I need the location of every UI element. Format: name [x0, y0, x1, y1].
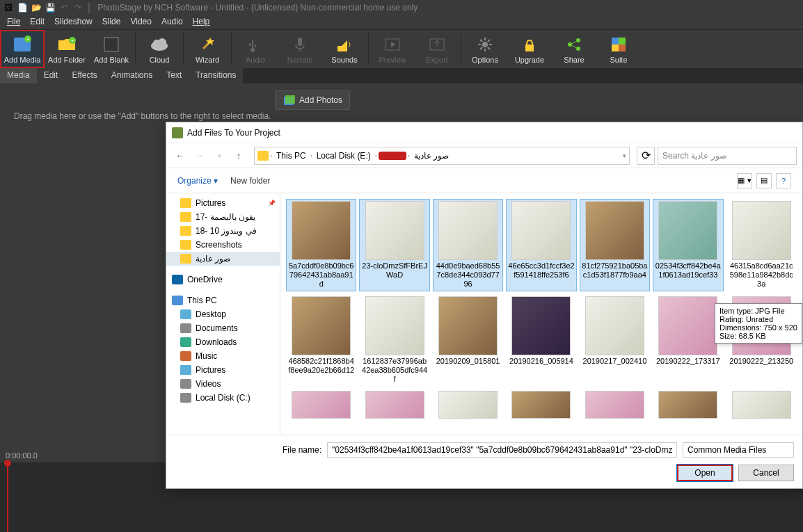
- file-thumb[interactable]: 20190217_002410: [580, 294, 650, 387]
- back-button[interactable]: ←: [172, 147, 189, 164]
- forward-button[interactable]: →: [191, 147, 208, 164]
- tree-downloads[interactable]: Downloads: [166, 335, 280, 349]
- file-thumb[interactable]: 20190216_005914: [506, 294, 576, 387]
- crumb-redacted[interactable]: [379, 152, 406, 160]
- organize-button[interactable]: Organize ▾: [177, 176, 218, 186]
- cancel-button[interactable]: Cancel: [738, 465, 794, 481]
- file-thumb[interactable]: [726, 389, 797, 421]
- file-thumb[interactable]: [433, 389, 503, 421]
- tree-videos[interactable]: Videos: [166, 377, 280, 391]
- tree-folder18[interactable]: في ويندوز 10 -18: [166, 224, 280, 238]
- menu-slideshow[interactable]: Slideshow: [50, 15, 97, 29]
- dialog-titlebar: Add Files To Your Project: [166, 122, 802, 143]
- open-icon[interactable]: 📂: [31, 2, 42, 13]
- tree-normal-photos[interactable]: صور عادية: [166, 252, 280, 266]
- add-photos-button[interactable]: Add Photos: [275, 90, 350, 110]
- export-icon: [427, 35, 447, 54]
- crumb-drive[interactable]: Local Disk (E:): [314, 151, 374, 161]
- tab-edit[interactable]: Edit: [37, 68, 65, 83]
- menu-file[interactable]: File: [3, 15, 24, 29]
- tree-documents[interactable]: Documents: [166, 321, 280, 335]
- file-thumb[interactable]: 46e65cc3d1fccf3e2f591418ffe253f6: [506, 199, 576, 291]
- file-thumb[interactable]: [506, 389, 576, 421]
- up-button[interactable]: ↑: [230, 147, 247, 164]
- file-thumb[interactable]: 5a7cddf0e8b09bc679642431ab8aa91d: [286, 199, 356, 291]
- svg-point-8: [158, 38, 166, 47]
- file-thumb[interactable]: 23-cloDmzSfFBrEJWaD: [359, 199, 429, 291]
- tree-pictures2[interactable]: Pictures: [166, 363, 280, 377]
- menu-video[interactable]: Video: [126, 15, 155, 29]
- file-thumb[interactable]: [359, 389, 429, 421]
- thumb-image: [658, 201, 717, 260]
- blank-icon: [102, 35, 121, 54]
- filename-input[interactable]: [327, 442, 677, 458]
- menu-help[interactable]: Help: [189, 15, 214, 29]
- crumb-current[interactable]: صور عادية: [411, 151, 452, 161]
- new-icon[interactable]: 📄: [17, 2, 28, 13]
- file-thumb[interactable]: 1612837e37996ab42ea38b605dfc944f: [359, 294, 429, 387]
- help-button[interactable]: ?: [776, 173, 791, 188]
- tree-thispc[interactable]: This PC: [166, 293, 280, 307]
- preview-pane-button[interactable]: ▤: [756, 173, 772, 188]
- share-button[interactable]: Share: [552, 30, 596, 68]
- cloud-icon: [150, 35, 169, 54]
- audio-button[interactable]: Audio: [233, 30, 278, 68]
- tree-pictures[interactable]: Pictures: [166, 196, 280, 210]
- nav-tree[interactable]: Pictures يفون بالبصمة -17 في ويندوز 10 -…: [166, 193, 280, 435]
- crumb-thispc[interactable]: This PC: [273, 151, 309, 161]
- file-thumb[interactable]: 46315a8cd6aa21c598e11a9842b8dc3a: [726, 199, 797, 291]
- tree-music[interactable]: Music: [166, 349, 280, 363]
- breadcrumb-bar[interactable]: › This PC › Local Disk (E:) › › صور عادي…: [254, 147, 630, 165]
- sounds-button[interactable]: Sounds: [322, 30, 367, 68]
- tree-desktop[interactable]: Desktop: [166, 307, 280, 321]
- undo-icon[interactable]: ↶: [58, 2, 70, 13]
- svg-rect-5: [104, 38, 118, 51]
- cloud-button[interactable]: Cloud: [137, 30, 182, 68]
- thumbnail-grid[interactable]: 5a7cddf0e8b09bc679642431ab8aa91d23-cloDm…: [280, 193, 802, 435]
- menu-audio[interactable]: Audio: [157, 15, 187, 29]
- file-thumb[interactable]: [580, 389, 650, 421]
- upgrade-button[interactable]: Upgrade: [507, 30, 552, 68]
- file-thumb[interactable]: 44d0e9baed68b557c8de344c093d7796: [433, 199, 503, 291]
- add-blank-button[interactable]: Add Blank: [89, 30, 134, 68]
- tab-animations[interactable]: Animations: [104, 68, 159, 83]
- tree-folder17[interactable]: يفون بالبصمة -17: [166, 210, 280, 224]
- menu-edit[interactable]: Edit: [26, 15, 49, 29]
- file-thumb[interactable]: [286, 389, 356, 421]
- thumb-image: [365, 201, 424, 260]
- file-thumb[interactable]: 468582c21f1868b4f8ee9a20e2b66d12: [286, 294, 356, 387]
- menu-slide[interactable]: Slide: [98, 15, 125, 29]
- file-thumb[interactable]: 20190209_015801: [433, 294, 503, 387]
- file-thumb[interactable]: [653, 389, 723, 421]
- wizard-button[interactable]: Wizard: [185, 30, 230, 68]
- refresh-button[interactable]: ⟳: [637, 147, 655, 165]
- open-button[interactable]: Open: [677, 465, 733, 481]
- tab-effects[interactable]: Effects: [65, 68, 104, 83]
- filetype-filter[interactable]: Common Media Files: [683, 442, 794, 458]
- narrate-button[interactable]: Narrate: [278, 30, 322, 68]
- file-thumb[interactable]: 02534f3cff842be4a1f0613ad19cef33: [653, 199, 723, 291]
- svg-rect-28: [285, 95, 295, 104]
- search-input[interactable]: Search صور عادية: [658, 147, 797, 165]
- dialog-navbar: ← → ▾ ↑ › This PC › Local Disk (E:) › › …: [166, 143, 802, 168]
- preview-button[interactable]: Preview: [370, 30, 415, 68]
- tree-onedrive[interactable]: OneDrive: [166, 273, 280, 287]
- new-folder-button[interactable]: New folder: [230, 176, 270, 186]
- options-button[interactable]: Options: [463, 30, 507, 68]
- view-options-button[interactable]: ▦ ▾: [737, 173, 752, 188]
- export-button[interactable]: Export: [415, 30, 459, 68]
- tab-transitions[interactable]: Transitions: [189, 68, 243, 83]
- thumb-label: 20190216_005914: [509, 357, 573, 366]
- tree-localc[interactable]: Local Disk (C:): [166, 391, 280, 405]
- suite-button[interactable]: Suite: [596, 30, 641, 68]
- file-thumb[interactable]: 20190222_173317: [653, 294, 723, 387]
- tree-screenshots[interactable]: Screenshots: [166, 238, 280, 252]
- redo-icon[interactable]: ↷: [72, 2, 84, 13]
- save-icon[interactable]: 💾: [45, 2, 56, 13]
- add-folder-button[interactable]: + Add Folder: [45, 30, 89, 68]
- file-thumb[interactable]: 81cf275921ba05bac1d53f1877fb9aa4: [580, 199, 650, 291]
- recent-dropdown[interactable]: ▾: [211, 147, 228, 164]
- add-media-button[interactable]: + Add Media: [0, 30, 45, 68]
- tab-text[interactable]: Text: [159, 68, 189, 83]
- tab-media[interactable]: Media: [0, 68, 37, 83]
